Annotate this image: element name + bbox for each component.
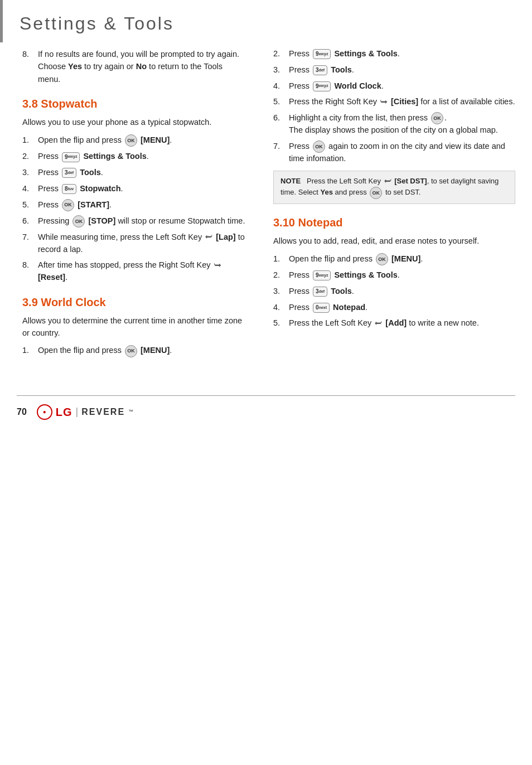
ok-key-icon: OK (370, 187, 382, 199)
step-num: 2. (273, 48, 289, 60)
step-content: Press OK [START]. (38, 199, 245, 211)
step-num: 7. (22, 231, 38, 244)
step-item: 2. Press 9wxyz Settings & Tools. (273, 48, 515, 60)
step-content: Press the Right Soft Key ⮩ [Cities] for … (289, 96, 515, 108)
step-num: 4. (273, 80, 289, 93)
step-item: 1. Open the flip and press OK [MENU]. (22, 345, 245, 357)
lg-brand-text: LG (56, 404, 72, 420)
step-content: Pressing OK [STOP] will stop or resume S… (38, 215, 245, 227)
step-item: 2. Press 9wxyz Settings & Tools. (273, 269, 515, 282)
note-label: NOTE (280, 177, 301, 185)
step-num: 8. (22, 259, 38, 272)
step-num: 7. (273, 141, 289, 153)
ok-key-icon: OK (376, 253, 388, 265)
page-number: 70 (17, 405, 27, 419)
step-num: 3. (273, 64, 289, 76)
step-item: 4. Press 9wxyz World Clock. (273, 80, 515, 93)
step-content: Open the flip and press OK [MENU]. (38, 345, 245, 357)
soft-left-key-icon: ⮨ (205, 232, 212, 243)
step-item: 5. Press the Right Soft Key ⮩ [Cities] f… (273, 96, 515, 108)
step-item: 7. While measuring time, press the Left … (22, 231, 245, 256)
step-content: Press 9wxyz Settings & Tools. (289, 269, 515, 282)
step-content: Press 3def Tools. (289, 285, 515, 298)
step-content: Press 9wxyz Settings & Tools. (289, 48, 515, 60)
soft-left-key-icon: ⮨ (384, 176, 391, 187)
worldclock-intro: Allows you to determine the current time… (22, 315, 245, 340)
ok-key-icon: OK (62, 199, 74, 211)
intro-item-8: 8. If no results are found, you will be … (22, 48, 245, 85)
step-item: 3. Press 3def Tools. (22, 167, 245, 179)
step-content: Press 8tuv Stopwatch. (38, 183, 245, 195)
step-item: 1. Open the flip and press OK [MENU]. (273, 253, 515, 265)
step-content: Press 9wxyz Settings & Tools. (38, 151, 245, 163)
right-column: 2. Press 9wxyz Settings & Tools. 3. Pres… (257, 48, 532, 362)
step-item: 5. Press the Left Soft Key ⮨ [Add] to wr… (273, 317, 515, 330)
left-column: 8. If no results are found, you will be … (0, 48, 257, 362)
page-header: Settings & Tools (0, 0, 532, 42)
key-3def: 3def (313, 287, 327, 297)
content-area: 8. If no results are found, you will be … (0, 48, 532, 395)
step-num: 1. (273, 253, 289, 265)
key-9wxyz: 9wxyz (313, 81, 331, 91)
step-content: Press 3def Tools. (289, 64, 515, 76)
stopwatch-steps: 1. Open the flip and press OK [MENU]. 2.… (22, 134, 245, 284)
step-num: 3. (273, 285, 289, 298)
step-content: Press OK again to zoom in on the city an… (289, 141, 515, 165)
step-num: 4. (22, 183, 38, 195)
step-item: 3. Press 3def Tools. (273, 285, 515, 298)
step-num: 2. (22, 151, 38, 163)
soft-right-key-icon: ⮩ (214, 260, 221, 272)
key-3def: 3def (313, 65, 327, 75)
step-content: While measuring time, press the Left Sof… (38, 231, 245, 256)
ok-key-icon: OK (313, 141, 325, 153)
step-item: 4. Press 0next Notepad. (273, 302, 515, 314)
step-num: 6. (22, 215, 38, 227)
brand-logo: ● LG | REVERE ™ (37, 404, 133, 420)
ok-key-icon: OK (125, 134, 137, 147)
pipe-divider: | (76, 404, 79, 419)
step-content: Highlight a city from the list, then pre… (289, 112, 515, 137)
page: Settings & Tools 8. If no results are fo… (0, 0, 532, 765)
step-num: 3. (22, 167, 38, 179)
key-9wxyz: 9wxyz (313, 270, 331, 280)
step-item: 8. After time has stopped, press the Rig… (22, 259, 245, 284)
step-num: 4. (273, 302, 289, 314)
step-item: 1. Open the flip and press OK [MENU]. (22, 134, 245, 147)
step-content: Open the flip and press OK [MENU]. (289, 253, 515, 265)
step-content: Press the Left Soft Key ⮨ [Add] to write… (289, 317, 515, 330)
worldclock-steps-left: 1. Open the flip and press OK [MENU]. (22, 345, 245, 357)
worldclock-note: NOTE Press the Left Soft Key ⮨ [Set DST]… (273, 171, 515, 204)
step-num: 8. (22, 48, 38, 60)
lg-icon-text: ● (43, 408, 46, 416)
key-9wxyz: 9wxyz (62, 152, 80, 162)
notepad-heading: 3.10 Notepad (273, 214, 515, 231)
step-num: 1. (22, 345, 38, 357)
step-text: If no results are found, you will be pro… (38, 48, 245, 85)
step-content: Press 9wxyz World Clock. (289, 80, 515, 93)
notepad-intro: Allows you to add, read, edit, and erase… (273, 235, 515, 248)
worldclock-steps-right: 2. Press 9wxyz Settings & Tools. 3. Pres… (273, 48, 515, 165)
step-item: 7. Press OK again to zoom in on the city… (273, 141, 515, 165)
lg-icon: ● (37, 404, 52, 420)
soft-left-key-icon: ⮨ (375, 318, 382, 330)
footer: 70 ● LG | REVERE ™ (0, 396, 532, 428)
worldclock-heading: 3.9 World Clock (22, 294, 245, 311)
step-item: 3. Press 3def Tools. (273, 64, 515, 76)
key-8tuv: 8tuv (62, 184, 76, 194)
ok-key-icon: OK (72, 215, 85, 227)
step-content: Open the flip and press OK [MENU]. (38, 134, 245, 147)
step-item: 6. Pressing OK [STOP] will stop or resum… (22, 215, 245, 227)
key-9wxyz: 9wxyz (313, 49, 331, 59)
page-title: Settings & Tools (20, 10, 515, 37)
ok-key-icon: OK (431, 112, 443, 124)
ok-key-icon: OK (125, 345, 137, 357)
step-item: 6. Highlight a city from the list, then … (273, 112, 515, 137)
step-content: Press 3def Tools. (38, 167, 245, 179)
stopwatch-intro: Allows you to use your phone as a typica… (22, 117, 245, 129)
step-num: 6. (273, 112, 289, 124)
stopwatch-heading: 3.8 Stopwatch (22, 95, 245, 112)
soft-right-key-icon: ⮩ (380, 97, 388, 108)
key-0next: 0next (313, 303, 330, 313)
step-num: 5. (273, 317, 289, 330)
step-content: Press 0next Notepad. (289, 302, 515, 314)
